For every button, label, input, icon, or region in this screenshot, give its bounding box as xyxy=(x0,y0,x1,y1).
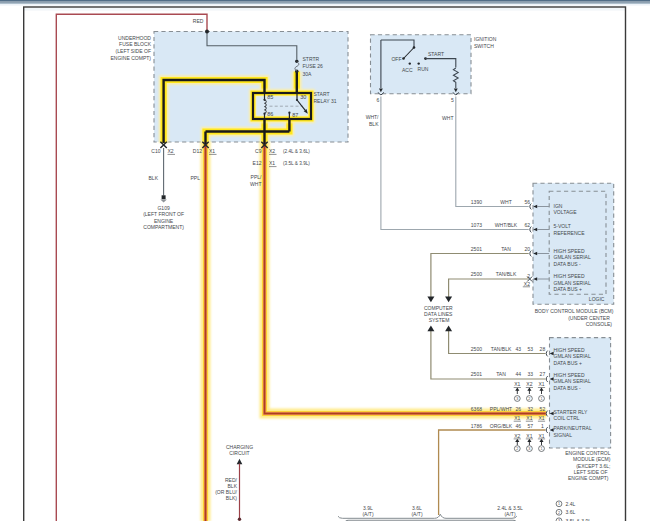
svg-text:(A/T): (A/T) xyxy=(504,510,515,516)
svg-text:C9: C9 xyxy=(255,148,261,154)
svg-text:32: 32 xyxy=(528,405,534,411)
svg-text:20: 20 xyxy=(524,245,530,251)
svg-text:VOLTAGE: VOLTAGE xyxy=(554,209,577,215)
svg-text:27: 27 xyxy=(540,371,546,377)
svg-text:WHT: WHT xyxy=(442,115,454,121)
svg-text:TAN: TAN xyxy=(496,371,506,377)
svg-text:SYSTEM: SYSTEM xyxy=(429,317,450,323)
svg-text:56: 56 xyxy=(524,198,530,204)
svg-text:COMPARTMENT): COMPARTMENT) xyxy=(143,224,184,230)
svg-text:X1: X1 xyxy=(538,432,544,438)
svg-text:X2: X2 xyxy=(269,148,275,154)
svg-text:START: START xyxy=(428,51,445,57)
svg-text:2.4L: 2.4L xyxy=(565,500,575,506)
svg-text:FUSE BLOCK: FUSE BLOCK xyxy=(119,41,151,47)
svg-text:44: 44 xyxy=(515,371,521,377)
svg-text:PPL/WHT: PPL/WHT xyxy=(490,405,513,411)
svg-text:CIRCUIT: CIRCUIT xyxy=(229,450,250,456)
svg-text:33: 33 xyxy=(528,371,534,377)
svg-text:(A/T): (A/T) xyxy=(411,510,422,516)
svg-text:28: 28 xyxy=(540,346,546,352)
svg-text:1390: 1390 xyxy=(471,198,482,204)
svg-text:1073: 1073 xyxy=(471,221,482,227)
svg-text:3.5L & 3.9L: 3.5L & 3.9L xyxy=(565,517,591,521)
svg-text:85: 85 xyxy=(267,94,273,100)
svg-text:53: 53 xyxy=(528,346,534,352)
svg-text:X2: X2 xyxy=(514,432,520,438)
svg-text:SWITCH: SWITCH xyxy=(474,42,494,48)
svg-text:X1: X1 xyxy=(209,148,215,154)
svg-text:WHT: WHT xyxy=(250,180,262,186)
svg-text:RED: RED xyxy=(193,18,204,24)
svg-text:46: 46 xyxy=(515,422,521,428)
svg-text:X2: X2 xyxy=(526,381,532,387)
svg-text:RUN: RUN xyxy=(418,66,429,72)
svg-text:DATA BUS -: DATA BUS - xyxy=(554,260,581,266)
svg-text:D12: D12 xyxy=(193,148,202,154)
svg-text:86: 86 xyxy=(267,111,273,117)
svg-text:X1: X1 xyxy=(526,415,532,421)
svg-text:87: 87 xyxy=(292,112,298,118)
svg-text:57: 57 xyxy=(528,422,534,428)
svg-text:X1: X1 xyxy=(526,432,532,438)
svg-text:(A/T): (A/T) xyxy=(362,510,373,516)
svg-text:6368: 6368 xyxy=(471,405,482,411)
svg-text:ENGINE COMPT): ENGINE COMPT) xyxy=(568,475,609,481)
svg-text:2501: 2501 xyxy=(471,371,482,377)
svg-text:2: 2 xyxy=(527,272,530,278)
svg-text:1786: 1786 xyxy=(471,422,482,428)
svg-text:COIL CTRL: COIL CTRL xyxy=(554,415,580,421)
svg-text:2500: 2500 xyxy=(471,271,482,277)
svg-text:X1: X1 xyxy=(514,415,520,421)
svg-text:1: 1 xyxy=(541,422,544,428)
svg-text:OFF: OFF xyxy=(391,55,402,61)
svg-text:DATA BUS +: DATA BUS + xyxy=(554,359,582,365)
svg-text:DATA BUS +: DATA BUS + xyxy=(554,286,582,292)
svg-text:X1: X1 xyxy=(514,381,520,387)
svg-text:TAN/BLK: TAN/BLK xyxy=(496,271,517,277)
svg-text:X1: X1 xyxy=(538,381,544,387)
svg-text:WHT/BLK: WHT/BLK xyxy=(495,221,518,227)
svg-text:ENGINE COMPT): ENGINE COMPT) xyxy=(110,54,151,60)
svg-text:TAN/BLK: TAN/BLK xyxy=(491,345,512,351)
svg-text:REFERENCE: REFERENCE xyxy=(554,229,585,235)
svg-text:PPL: PPL xyxy=(190,175,200,181)
svg-text:X1: X1 xyxy=(269,160,275,166)
svg-text:WHT: WHT xyxy=(500,198,512,204)
svg-text:62: 62 xyxy=(524,221,530,227)
svg-text:BLK): BLK) xyxy=(226,495,237,501)
svg-text:ACC: ACC xyxy=(402,67,413,73)
svg-text:43: 43 xyxy=(515,346,521,352)
svg-text:(LEFT SIDE OF: (LEFT SIDE OF xyxy=(116,48,152,54)
svg-text:52: 52 xyxy=(540,405,546,411)
svg-text:E12: E12 xyxy=(253,160,262,166)
svg-text:5: 5 xyxy=(451,97,454,103)
svg-text:STRTR: STRTR xyxy=(303,56,320,62)
svg-text:RELAY 31: RELAY 31 xyxy=(313,98,336,104)
svg-text:UNDERHOOD: UNDERHOOD xyxy=(118,34,151,40)
svg-text:3.6L: 3.6L xyxy=(565,509,575,515)
svg-text:30: 30 xyxy=(300,94,306,100)
svg-text:CONSOLE): CONSOLE) xyxy=(586,321,612,327)
svg-text:X1: X1 xyxy=(538,415,544,421)
svg-text:START: START xyxy=(313,91,330,97)
svg-text:ORG/BLK: ORG/BLK xyxy=(490,422,513,428)
svg-text:BLK: BLK xyxy=(148,175,158,181)
svg-text:2501: 2501 xyxy=(471,245,482,251)
svg-text:TAN: TAN xyxy=(501,245,511,251)
svg-text:(3.5L & 3.9L): (3.5L & 3.9L) xyxy=(283,160,310,166)
svg-text:X2: X2 xyxy=(524,280,530,286)
svg-text:(2.4L & 3.6L): (2.4L & 3.6L) xyxy=(283,148,310,154)
svg-text:2500: 2500 xyxy=(471,345,482,351)
svg-text:C10: C10 xyxy=(151,148,160,154)
svg-text:LOGIC: LOGIC xyxy=(589,295,605,301)
svg-text:FUSE 26: FUSE 26 xyxy=(303,63,323,69)
svg-text:BLK: BLK xyxy=(369,120,379,126)
svg-text:SIGNAL: SIGNAL xyxy=(554,431,572,437)
svg-text:6: 6 xyxy=(377,97,380,103)
svg-text:30A: 30A xyxy=(303,70,312,76)
svg-text:X2: X2 xyxy=(167,148,173,154)
svg-text:26: 26 xyxy=(515,405,521,411)
svg-text:DATA BUS -: DATA BUS - xyxy=(554,384,581,390)
svg-text:IGNITION: IGNITION xyxy=(474,36,496,42)
